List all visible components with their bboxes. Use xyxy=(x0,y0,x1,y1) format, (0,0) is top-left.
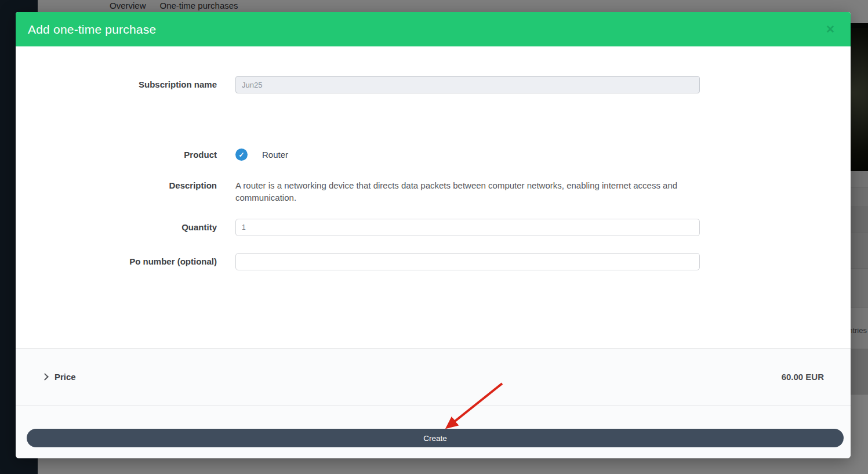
product-row: Product ✓ Router xyxy=(16,149,851,161)
subscription-name-input[interactable] xyxy=(235,76,700,93)
product-selected-check-icon[interactable]: ✓ xyxy=(235,149,248,161)
close-icon[interactable]: ✕ xyxy=(826,24,835,35)
description-row: Description A router is a networking dev… xyxy=(16,179,851,204)
create-button[interactable]: Create xyxy=(27,429,844,447)
price-label: Price xyxy=(55,372,76,382)
product-label: Product xyxy=(16,149,217,161)
quantity-row: Quantity xyxy=(16,219,851,236)
modal-title: Add one-time purchase xyxy=(28,23,156,37)
modal-footer: Create xyxy=(16,405,851,458)
po-number-input[interactable] xyxy=(235,253,700,270)
product-name: Router xyxy=(262,149,288,161)
modal-header: Add one-time purchase ✕ xyxy=(16,12,851,46)
add-one-time-purchase-modal: Add one-time purchase ✕ Subscription nam… xyxy=(16,12,851,458)
subscription-name-label: Subscription name xyxy=(16,76,217,93)
quantity-input[interactable] xyxy=(235,219,700,236)
po-number-label: Po number (optional) xyxy=(16,253,217,270)
chevron-right-icon xyxy=(41,373,49,381)
description-label: Description xyxy=(16,179,217,191)
po-number-row: Po number (optional) xyxy=(16,253,851,270)
modal-body: Subscription name Product ✓ Router Descr… xyxy=(16,46,851,348)
quantity-label: Quantity xyxy=(16,219,217,236)
description-text: A router is a networking device that dir… xyxy=(235,179,688,204)
price-amount: 60.00 EUR xyxy=(782,372,824,382)
price-expander-row[interactable]: Price 60.00 EUR xyxy=(16,348,851,405)
subscription-name-row: Subscription name xyxy=(16,76,851,93)
page: Overview One-time purchases ntries Add o… xyxy=(0,0,868,474)
